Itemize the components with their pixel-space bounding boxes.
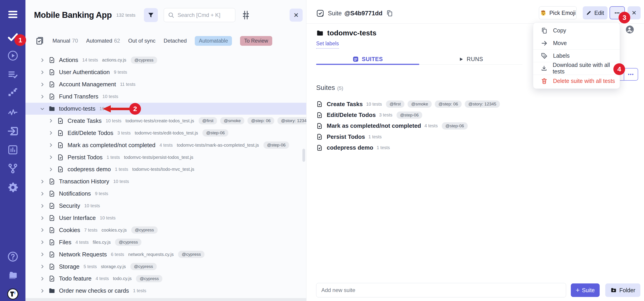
tab-suites[interactable]: SUITES <box>316 54 419 65</box>
suite-row-edit-delete-todos[interactable]: Edit/Delete Todos 3 tests @step-06 <box>316 110 635 120</box>
runs-play-icon <box>459 57 464 62</box>
chevron-right-icon[interactable] <box>40 82 45 87</box>
add-suite-button[interactable]: + Suite <box>571 283 600 297</box>
chevron-right-icon[interactable] <box>40 58 45 63</box>
split-button-ellipsis[interactable]: ••• <box>624 69 638 80</box>
tree-item-user-interface[interactable]: User Interface 10 tests <box>26 212 306 224</box>
tree-item-order-new-checks[interactable]: Order new checks or cards 1 tests <box>26 285 306 297</box>
chevron-right-icon[interactable] <box>40 179 45 184</box>
reports-chart-icon[interactable] <box>8 144 18 155</box>
menu-item-copy[interactable]: Copy <box>533 24 620 37</box>
chevron-right-icon[interactable] <box>48 167 53 172</box>
suite-row-create-tasks[interactable]: Create Tasks 10 tests @first @smoke @ste… <box>316 99 635 110</box>
tag-pill: @first <box>198 117 217 124</box>
add-new-suite-input[interactable] <box>316 283 566 297</box>
chevron-right-icon[interactable] <box>40 240 45 245</box>
ellipsis-icon: ••• <box>615 10 620 15</box>
tab-runs[interactable]: RUNS <box>419 54 522 65</box>
tab-out-of-sync[interactable]: Out of sync <box>128 38 155 44</box>
tab-detached[interactable]: Detached <box>164 38 187 44</box>
menu-icon[interactable] <box>7 9 19 20</box>
steps-icon[interactable] <box>7 87 18 97</box>
tree-item-fund-transfers[interactable]: Fund Transfers 10 tests <box>26 91 306 103</box>
tree-item-network-requests[interactable]: Network Requests 6 tests network_request… <box>26 248 306 260</box>
chevron-right-icon[interactable] <box>40 216 45 221</box>
help-icon[interactable] <box>7 251 18 262</box>
tree-item-codepress-demo[interactable]: codepress demo 1 tests todomvc-tests/tod… <box>26 163 306 175</box>
tree-item-create-tasks[interactable]: Create Tasks 10 tests todomvc-tests/crea… <box>26 115 306 127</box>
tree-item-actions[interactable]: Actions 14 tests actions.cy.js @cypress <box>26 54 306 66</box>
chevron-right-icon[interactable] <box>40 203 45 208</box>
tree-item-edit-delete-todos[interactable]: Edit/Delete Todos 3 tests todomvc-tests/… <box>26 127 306 139</box>
chevron-right-icon[interactable] <box>40 252 45 257</box>
settings-gear-icon[interactable] <box>7 182 19 193</box>
branches-git-icon[interactable] <box>8 163 18 174</box>
search-icon <box>168 12 174 18</box>
chevron-down-icon[interactable] <box>40 106 45 111</box>
chevron-right-icon[interactable] <box>40 227 45 232</box>
pick-emoji-button[interactable]: Pick Emoji <box>539 6 577 19</box>
tree-item-account-management[interactable]: Account Management 11 tests <box>26 78 306 91</box>
assignee-avatar-icon[interactable] <box>626 25 634 34</box>
chevron-right-icon[interactable] <box>40 288 45 293</box>
tab-manual[interactable]: Manual70 <box>52 38 78 44</box>
chevron-right-icon[interactable] <box>40 94 45 99</box>
projects-folders-icon[interactable] <box>7 270 19 280</box>
tree-item-notifications[interactable]: Notifications 9 tests <box>26 188 306 200</box>
tree-item-count: 9 tests <box>95 191 108 196</box>
chevron-right-icon[interactable] <box>40 70 45 75</box>
chevron-right-icon[interactable] <box>40 276 45 281</box>
tab-automatable[interactable]: Automatable <box>195 36 232 46</box>
plans-list-check-icon[interactable] <box>7 69 18 80</box>
tree-item-cookies[interactable]: Cookies 7 tests cookies.cy.js @cypress <box>26 224 306 236</box>
testomat-logo[interactable] <box>7 288 18 300</box>
tree-item-mark-as-completed[interactable]: Mark as completed/not completed 4 tests … <box>26 139 306 151</box>
annotation-arrow-2-shaft <box>110 108 130 110</box>
menu-item-delete[interactable]: Delete suite with all tests <box>533 75 620 87</box>
tab-automated[interactable]: Automated62 <box>86 38 120 44</box>
suite-row-persist-todos[interactable]: Persist Todos 1 tests <box>316 131 635 142</box>
active-tab-indicator <box>316 64 419 65</box>
filter-settings-icon[interactable] <box>241 10 251 20</box>
tree-item-files[interactable]: Files 4 tests files.cy.js @cypress <box>26 236 306 248</box>
filter-button[interactable] <box>144 8 158 22</box>
tree-item-persist-todos[interactable]: Persist Todos 1 tests todomvc-tests/pers… <box>26 151 306 163</box>
chevron-right-icon[interactable] <box>48 155 53 160</box>
chevron-right-icon[interactable] <box>48 143 53 148</box>
test-file-icon <box>57 166 64 173</box>
import-icon[interactable] <box>7 126 19 137</box>
tree-item-todo-feature[interactable]: Todo feature 4 tests todo.cy.js @cypress <box>26 273 306 285</box>
suite-row-mark-as-completed[interactable]: Mark as completed/not completed 4 tests … <box>316 121 635 131</box>
analytics-pulse-icon[interactable] <box>7 108 18 118</box>
tree-scrollbar-thumb[interactable] <box>302 149 305 162</box>
annotation-badge-4: 4 <box>614 63 625 75</box>
test-file-icon <box>316 133 323 140</box>
tab-to-review[interactable]: To Review <box>240 36 272 46</box>
set-labels-link[interactable]: Set labels <box>316 41 339 49</box>
chevron-right-icon[interactable] <box>40 264 45 269</box>
tree-item-transaction-history[interactable]: Transaction History 10 tests <box>26 175 306 188</box>
tree-item-count: 1 tests <box>115 167 128 172</box>
menu-item-move[interactable]: Move <box>533 37 620 50</box>
chevron-right-icon[interactable] <box>48 118 53 123</box>
tree-item-file: todomvc-tests/mark-as-completed_test.js <box>177 143 259 148</box>
copy-id-icon[interactable] <box>386 10 393 17</box>
tree-item-label: Notifications <box>59 190 91 197</box>
chevron-right-icon[interactable] <box>48 130 53 135</box>
menu-item-download[interactable]: Download suite with all tests <box>533 62 620 75</box>
runs-play-icon[interactable] <box>7 50 18 61</box>
tree-item-security[interactable]: Security 10 tests <box>26 200 306 212</box>
menu-item-labels[interactable]: Labels <box>533 49 620 62</box>
edit-suite-button[interactable]: Edit <box>583 6 608 19</box>
tree-horizontal-scrollbar[interactable] <box>26 298 306 301</box>
add-folder-button[interactable]: Folder <box>605 283 640 297</box>
tree-item-storage[interactable]: Storage 5 tests storage.cy.js @cypress <box>26 260 306 273</box>
bulk-check-icon[interactable] <box>35 36 44 45</box>
close-tree-panel-button[interactable]: ✕ <box>290 9 303 22</box>
suite-row-codepress-demo[interactable]: codepress demo 1 tests <box>316 142 635 153</box>
suite-row-count: 3 tests <box>379 112 392 118</box>
tree-item-todomvc-tests[interactable]: todomvc-tests 19 tests <box>26 103 306 115</box>
tree-item-user-authentication[interactable]: User Authentication 9 tests <box>26 66 306 78</box>
chevron-right-icon[interactable] <box>40 191 45 196</box>
search-input[interactable]: Search [Cmd + K] <box>164 8 235 22</box>
